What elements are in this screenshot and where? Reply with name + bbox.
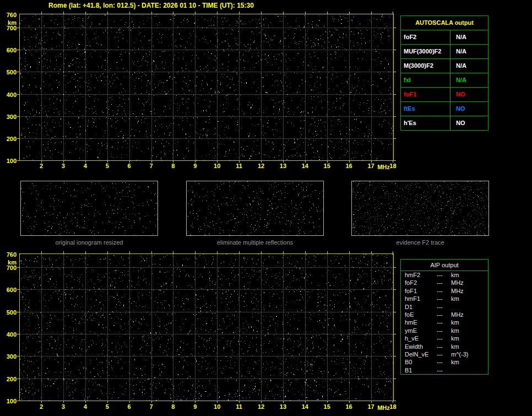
axis-tick xyxy=(173,401,173,403)
axis-tick xyxy=(394,289,396,290)
axis-tick xyxy=(217,251,218,253)
aip-row-value: --- xyxy=(437,366,451,374)
autoscala-window: Rome (lat: +41.8, lon: 012.5) - DATE: 20… xyxy=(0,0,532,416)
axis-tick xyxy=(85,251,86,253)
aip-row: B0---km xyxy=(401,358,488,366)
axis-tick xyxy=(173,161,173,163)
autoscala-row-label: fxI xyxy=(401,73,450,87)
axis-tick xyxy=(394,312,396,312)
axis-tick xyxy=(349,12,350,14)
axis-tick xyxy=(63,401,64,403)
axis-tick xyxy=(283,401,284,403)
x-axis-label: 15 xyxy=(322,403,333,410)
axis-tick xyxy=(394,94,396,95)
thumbnail-evidence-canvas xyxy=(352,181,488,235)
autoscala-row-label: h'Es xyxy=(401,116,450,130)
axis-tick xyxy=(394,379,396,379)
axis-tick xyxy=(283,161,284,163)
y-axis-label: 760 xyxy=(1,251,17,258)
aip-row-label: hmF1 xyxy=(401,295,437,302)
aip-row-label: foF1 xyxy=(401,287,437,295)
x-axis-label: 4 xyxy=(80,403,91,410)
aip-table-header: AIP output xyxy=(401,260,488,271)
x-axis-unit: MHz xyxy=(376,164,392,170)
x-axis-label: 3 xyxy=(58,163,69,169)
aip-row: B1--- xyxy=(401,366,488,374)
axis-tick xyxy=(305,12,306,14)
x-axis-label: 11 xyxy=(234,403,245,410)
axis-tick xyxy=(63,161,64,163)
ionogram-bottom-canvas xyxy=(20,254,393,401)
axis-tick xyxy=(17,138,19,139)
axis-tick xyxy=(151,401,152,403)
aip-row: ymE---km xyxy=(401,327,488,334)
axis-tick xyxy=(217,12,218,14)
aip-row-value: --- xyxy=(437,287,451,295)
aip-row-value: --- xyxy=(437,350,451,358)
thumbnail-original-canvas xyxy=(21,181,158,235)
x-axis-label: 12 xyxy=(256,403,267,410)
x-axis-label: 17 xyxy=(366,163,377,169)
axis-tick xyxy=(371,401,372,403)
thumbnail-caption-original: original ionogram resized xyxy=(20,239,158,246)
aip-row-value: --- xyxy=(437,327,451,334)
axis-tick xyxy=(63,12,64,14)
autoscala-row: ftEsNO xyxy=(401,102,488,116)
aip-row-unit: MHz xyxy=(451,311,488,318)
aip-row-unit: m^(-3) xyxy=(451,350,488,358)
axis-tick xyxy=(394,267,396,268)
axis-tick xyxy=(17,116,19,117)
axis-tick xyxy=(305,161,306,163)
axis-tick xyxy=(239,251,240,253)
thumbnail-evidence-f2 xyxy=(351,181,489,236)
axis-tick xyxy=(17,401,19,401)
axis-tick xyxy=(85,401,86,403)
axis-tick xyxy=(195,161,196,163)
autoscala-row: h'EsNO xyxy=(401,116,488,130)
autoscala-row: M(3000)F2N/A xyxy=(401,59,488,73)
x-axis-label: 2 xyxy=(36,163,47,169)
autoscala-row-value: N/A xyxy=(450,30,466,44)
aip-row-unit: km xyxy=(451,334,488,342)
aip-row-value: --- xyxy=(437,343,451,350)
autoscala-output-table: AUTOSCALA output foF2N/AMUF(3000)F2N/AM(… xyxy=(400,15,488,131)
axis-tick xyxy=(394,401,396,401)
axis-tick xyxy=(129,401,130,403)
aip-row-unit: km xyxy=(451,327,488,334)
axis-tick xyxy=(261,12,262,14)
axis-tick xyxy=(151,251,152,253)
axis-tick xyxy=(17,312,19,312)
y-axis-label: 100 xyxy=(1,158,17,164)
aip-row-unit: km xyxy=(451,271,488,279)
x-axis-label: 12 xyxy=(256,163,267,169)
aip-row-label: Ewidth xyxy=(401,343,437,350)
aip-table-body: hmF2---kmfoF2---MHzfoF1---MHzhmF1---kmD1… xyxy=(401,271,488,374)
axis-tick xyxy=(151,12,152,14)
axis-tick xyxy=(394,72,396,72)
thumbnail-caption-evidence: evidence F2 trace xyxy=(351,239,489,246)
y-axis-label: 400 xyxy=(1,331,17,338)
axis-tick xyxy=(173,251,173,253)
x-axis-label: 7 xyxy=(146,163,157,169)
x-axis-label: 10 xyxy=(211,403,222,410)
axis-tick xyxy=(17,267,19,268)
aip-row: foF2---MHz xyxy=(401,279,488,287)
aip-row-unit: MHz xyxy=(451,287,488,295)
x-axis-label: 5 xyxy=(102,403,113,410)
autoscala-row-label: foF1 xyxy=(401,88,450,101)
axis-tick xyxy=(17,289,19,290)
axis-tick xyxy=(393,251,393,253)
aip-row: hmE---km xyxy=(401,318,488,326)
aip-row-unit: km xyxy=(451,318,488,326)
autoscala-row-label: MUF(3000)F2 xyxy=(401,45,450,58)
axis-tick xyxy=(217,161,218,163)
aip-row-label: foF2 xyxy=(401,279,437,287)
y-axis-label: 400 xyxy=(1,91,17,98)
aip-row-label: hmE xyxy=(401,318,437,326)
aip-row-value: --- xyxy=(437,358,451,366)
aip-row: foF1---MHz xyxy=(401,287,488,295)
axis-tick xyxy=(195,251,196,253)
axis-tick xyxy=(261,401,262,403)
thumbnail-original-ionogram xyxy=(20,181,158,236)
y-axis-label: 300 xyxy=(1,353,17,360)
